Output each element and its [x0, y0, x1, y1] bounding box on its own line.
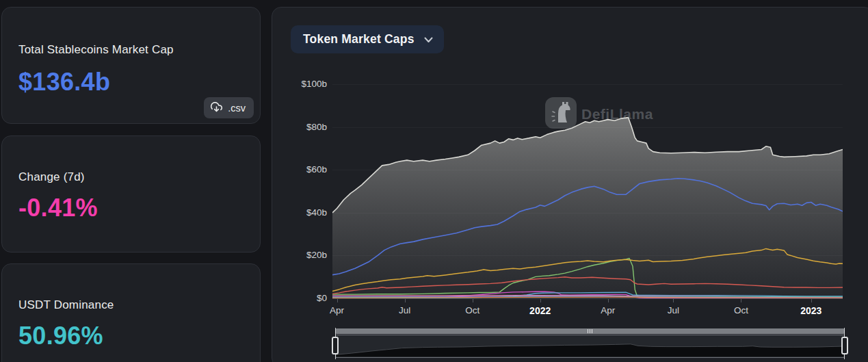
csv-button-label: .csv — [228, 103, 246, 114]
datazoom-drag-bar[interactable] — [335, 328, 845, 334]
x-tick-label: Jul — [399, 305, 410, 315]
total-market-cap-value: $136.4b — [18, 68, 110, 96]
series-line-red-line — [332, 277, 843, 294]
download-csv-button[interactable]: .csv — [204, 97, 254, 118]
x-tick-label: Apr — [330, 305, 344, 315]
y-tick-label: $60b — [272, 164, 327, 174]
chevron-down-icon — [424, 34, 433, 46]
x-tick-label: Oct — [465, 305, 479, 315]
stablecoins-dashboard: { "cards": [ { "title": "Total Stablecoi… — [0, 0, 868, 362]
card-title: USDT Dominance — [18, 298, 114, 312]
x-tick-label: Oct — [734, 305, 748, 315]
chart-type-dropdown-label: Token Market Caps — [303, 32, 415, 47]
token-market-caps-panel: Token Market Caps DefiLlama — [272, 7, 868, 362]
x-tick-label: 2022 — [529, 305, 551, 316]
y-tick-label: $20b — [272, 250, 327, 260]
card-title: Change (7d) — [18, 170, 85, 184]
y-tick-label: $80b — [272, 122, 327, 132]
x-tick-label: Jul — [668, 305, 679, 315]
usdt-dominance-card: USDT Dominance 50.96% — [1, 263, 261, 362]
x-tickmark — [405, 299, 406, 302]
x-tickmark — [608, 299, 609, 302]
gridline-$0 — [332, 298, 843, 299]
y-tick-label: $0 — [272, 293, 327, 303]
drag-grip-icon — [585, 329, 596, 333]
x-tickmark — [673, 299, 674, 302]
download-cloud-icon — [211, 102, 222, 114]
change-7d-value: -0.41% — [18, 194, 98, 222]
y-tick-label: $100b — [272, 79, 327, 89]
datazoom-right-handle[interactable] — [841, 337, 848, 354]
chart-series-layer — [332, 84, 843, 298]
datazoom-left-handle[interactable] — [332, 337, 339, 354]
card-title: Total Stablecoins Market Cap — [18, 43, 174, 57]
datazoom-scrubber — [335, 328, 845, 359]
x-tickmark — [811, 299, 812, 302]
x-tickmark — [473, 299, 473, 302]
series-line-yellow-line — [332, 248, 843, 291]
x-tickmark — [337, 299, 338, 302]
total-stablecoins-market-cap-card: Total Stablecoins Market Cap $136.4b .cs… — [1, 7, 261, 124]
chart-type-dropdown[interactable]: Token Market Caps — [291, 25, 444, 53]
y-tick-label: $40b — [272, 207, 327, 218]
minichart-silhouette — [336, 344, 844, 357]
x-tickmark — [540, 299, 541, 302]
change-7d-card: Change (7d) -0.41% — [1, 135, 261, 253]
x-tickmark — [741, 299, 741, 302]
x-tick-label: Apr — [601, 305, 615, 315]
usdt-dominance-value: 50.96% — [18, 322, 103, 350]
x-tick-label: 2023 — [800, 305, 821, 316]
datazoom-minichart[interactable] — [335, 335, 845, 358]
